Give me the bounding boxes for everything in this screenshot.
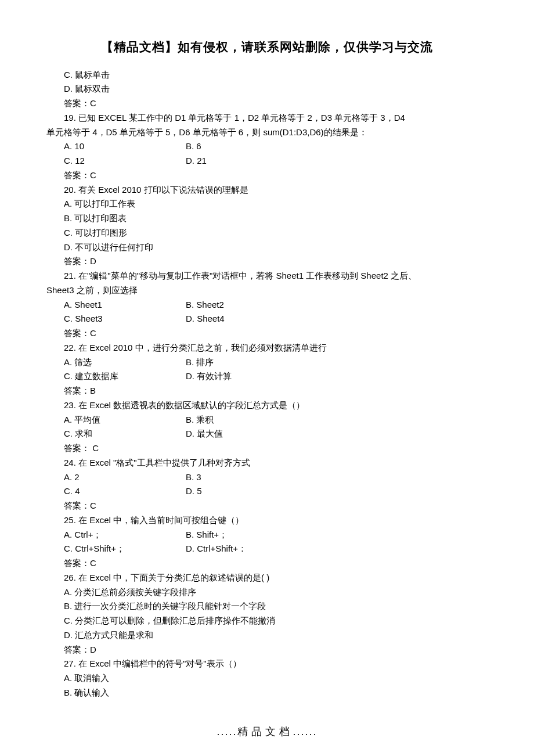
q27-text: 27. 在 Excel 中编辑栏中的符号"对号"表示（） xyxy=(46,657,488,671)
q21-text-1: 21. 在"编辑"菜单的"移动与复制工作表"对话框中，若将 Sheet1 工作表… xyxy=(46,269,488,283)
q24-c: C. 4 xyxy=(64,484,186,499)
q21-answer: 答案：C xyxy=(46,326,488,341)
q20-text: 20. 有关 Excel 2010 打印以下说法错误的理解是 xyxy=(46,183,488,197)
q26-b: B. 进行一次分类汇总时的关键字段只能针对一个字段 xyxy=(46,599,488,614)
q21-row-cd: C. Sheet3D. Sheet4 xyxy=(46,312,488,326)
q20-d: D. 不可以进行任何打印 xyxy=(46,240,488,255)
q21-row-ab: A. Sheet1B. Sheet2 xyxy=(46,298,488,312)
q19-d: D. 21 xyxy=(186,154,488,168)
content-body: C. 鼠标单击 D. 鼠标双击 答案：C 19. 已知 EXCEL 某工作中的 … xyxy=(46,68,488,700)
q23-d: D. 最大值 xyxy=(186,427,488,441)
document-page: 【精品文档】如有侵权，请联系网站删除，仅供学习与交流 C. 鼠标单击 D. 鼠标… xyxy=(0,0,534,756)
q25-b: B. Shift+； xyxy=(186,528,488,542)
q24-d: D. 5 xyxy=(186,484,488,499)
q22-text: 22. 在 Excel 2010 中，进行分类汇总之前，我们必须对数据清单进行 xyxy=(46,341,488,355)
q22-b: B. 排序 xyxy=(186,355,488,370)
q24-b: B. 3 xyxy=(186,470,488,485)
q24-text: 24. 在 Excel "格式"工具栏中提供了几种对齐方式 xyxy=(46,456,488,470)
q23-row-cd: C. 求和D. 最大值 xyxy=(46,427,488,441)
q22-c: C. 建立数据库 xyxy=(64,369,186,384)
q21-d: D. Sheet4 xyxy=(186,312,488,326)
q25-row-ab: A. Ctrl+；B. Shift+； xyxy=(46,528,488,542)
q24-row-cd: C. 4D. 5 xyxy=(46,484,488,499)
q23-c: C. 求和 xyxy=(64,427,186,441)
q23-a: A. 平均值 xyxy=(64,413,186,427)
q22-row-ab: A. 筛选B. 排序 xyxy=(46,355,488,370)
q25-answer: 答案：C xyxy=(46,556,488,571)
page-header: 【精品文档】如有侵权，请联系网站删除，仅供学习与交流 xyxy=(46,37,488,57)
q19-row-ab: A. 10B. 6 xyxy=(46,139,488,154)
q26-text: 26. 在 Excel 中，下面关于分类汇总的叙述错误的是( ) xyxy=(46,571,488,585)
q20-b: B. 可以打印图表 xyxy=(46,211,488,226)
q26-answer: 答案：D xyxy=(46,643,488,657)
q19-answer: 答案：C xyxy=(46,168,488,183)
q20-a: A. 可以打印工作表 xyxy=(46,197,488,211)
q25-a: A. Ctrl+； xyxy=(64,528,186,542)
q21-c: C. Sheet3 xyxy=(64,312,186,326)
q24-answer: 答案：C xyxy=(46,499,488,513)
q26-d: D. 汇总方式只能是求和 xyxy=(46,628,488,643)
q27-b: B. 确认输入 xyxy=(46,686,488,700)
q24-a: A. 2 xyxy=(64,470,186,485)
q19-text-2: 单元格等于 4，D5 单元格等于 5，D6 单元格等于 6，则 sum(D1:D… xyxy=(46,125,488,140)
q21-text-2: Sheet3 之前，则应选择 xyxy=(46,283,488,298)
q21-a: A. Sheet1 xyxy=(64,298,186,312)
option-c: C. 鼠标单击 xyxy=(46,68,488,82)
option-d: D. 鼠标双击 xyxy=(46,82,488,96)
q19-text-1: 19. 已知 EXCEL 某工作中的 D1 单元格等于 1，D2 单元格等于 2… xyxy=(46,111,488,125)
q23-answer: 答案： C xyxy=(46,441,488,456)
q22-row-cd: C. 建立数据库D. 有效计算 xyxy=(46,369,488,384)
q23-row-ab: A. 平均值B. 乘积 xyxy=(46,413,488,427)
q19-a: A. 10 xyxy=(64,139,186,154)
q23-text: 23. 在 Excel 数据透视表的数据区域默认的字段汇总方式是（） xyxy=(46,398,488,413)
q25-text: 25. 在 Excel 中，输入当前时间可按组合键（） xyxy=(46,513,488,528)
answer: 答案：C xyxy=(46,96,488,111)
q19-row-cd: C. 12D. 21 xyxy=(46,154,488,168)
q21-b: B. Sheet2 xyxy=(186,298,488,312)
q22-d: D. 有效计算 xyxy=(186,369,488,384)
q26-c: C. 分类汇总可以删除，但删除汇总后排序操作不能撤消 xyxy=(46,614,488,628)
footer-text: 精品文档 xyxy=(237,726,293,737)
q23-b: B. 乘积 xyxy=(186,413,488,427)
q25-row-cd: C. Ctrl+Shift+；D. Ctrl+Shift+： xyxy=(46,542,488,556)
q19-b: B. 6 xyxy=(186,139,488,154)
q24-row-ab: A. 2B. 3 xyxy=(46,470,488,485)
q20-c: C. 可以打印图形 xyxy=(46,226,488,240)
page-footer: .....精品文档...... xyxy=(46,723,488,741)
q19-c: C. 12 xyxy=(64,154,186,168)
q20-answer: 答案：D xyxy=(46,254,488,269)
q27-a: A. 取消输入 xyxy=(46,671,488,686)
q26-a: A. 分类汇总前必须按关键字段排序 xyxy=(46,585,488,600)
q22-a: A. 筛选 xyxy=(64,355,186,370)
q25-c: C. Ctrl+Shift+； xyxy=(64,542,186,556)
q22-answer: 答案：B xyxy=(46,384,488,398)
q25-d: D. Ctrl+Shift+： xyxy=(186,542,488,556)
footer-dots-left: ..... xyxy=(217,726,237,737)
footer-dots-right: ...... xyxy=(293,726,317,737)
